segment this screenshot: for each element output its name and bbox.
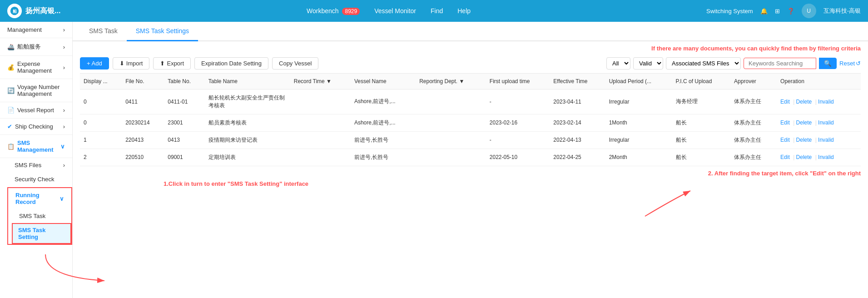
cell-first-upload: 2023-02-16 xyxy=(486,114,550,131)
cell-approver: 体系办主任 xyxy=(730,89,777,114)
notification-icon[interactable]: 🔔 xyxy=(760,8,768,15)
cell-file-no: 220413 xyxy=(122,131,164,149)
sidebar-item-vessel-report[interactable]: 📄 Vessel Report › xyxy=(0,102,72,119)
ship-checking-icon: ✔ xyxy=(7,123,12,130)
app-logo: 船 扬州高银... xyxy=(7,4,71,18)
expiration-button[interactable]: Expiration Date Setting xyxy=(194,57,268,70)
reset-link[interactable]: Reset ↺ xyxy=(839,60,861,67)
cell-effective-time: 2022-04-25 xyxy=(550,149,605,166)
cell-operation: Edit | Delete | Invalid xyxy=(777,114,861,131)
cell-table-no: 0411-01 xyxy=(164,89,205,114)
invalid-link[interactable]: Invalid xyxy=(818,137,834,143)
sidebar-item-voyage[interactable]: 🔄 Voyage Number Management xyxy=(0,79,72,102)
cell-file-no: 0411 xyxy=(122,89,164,114)
main-content: SMS Task SMS Task Settings If there are … xyxy=(73,22,868,298)
cell-approver: 体系办主任 xyxy=(730,149,777,166)
cell-reporting-dept xyxy=(416,114,486,131)
sidebar-item-expense[interactable]: 💰 Expense Management › xyxy=(0,56,72,79)
sidebar-item-security-check[interactable]: Security Check xyxy=(7,172,72,186)
sidebar-label-management: Management xyxy=(7,26,42,33)
help-circle-icon[interactable]: ❓ xyxy=(787,8,794,15)
cell-operation: Edit | Delete | Invalid xyxy=(777,131,861,149)
nav-vessel-monitor[interactable]: Vessel Monitor xyxy=(374,7,416,15)
cell-effective-time: 2023-04-11 xyxy=(550,89,605,114)
filter-valid-select[interactable]: Valid xyxy=(633,57,663,70)
sms-task-table: Display ... File No. Table No. Table Nam… xyxy=(80,73,861,166)
sidebar-item-sms-task[interactable]: SMS Task xyxy=(12,209,71,223)
cell-reporting-dept xyxy=(416,131,486,149)
reset-icon: ↺ xyxy=(856,60,861,67)
copy-vessel-button[interactable]: Copy Vessel xyxy=(272,57,318,70)
cell-table-name: 船员素质考核表 xyxy=(205,114,290,131)
cell-upload-period: 1Month xyxy=(605,114,672,131)
cell-display: 0 xyxy=(80,114,122,131)
cell-pic-upload: 海务经理 xyxy=(672,89,731,114)
edit-link[interactable]: Edit xyxy=(780,137,790,143)
search-button[interactable]: 🔍 xyxy=(819,58,837,69)
cell-upload-period: Irregular xyxy=(605,89,672,114)
filter-all-select[interactable]: All xyxy=(606,57,630,70)
sidebar-item-sms-management[interactable]: 📋 SMS Management ∨ xyxy=(0,135,72,158)
logo-icon: 船 xyxy=(7,4,22,18)
delete-link[interactable]: Delete xyxy=(796,119,812,126)
switching-system[interactable]: Switching System xyxy=(706,8,753,15)
cell-effective-time: 2022-04-13 xyxy=(550,131,605,149)
col-pic-upload: P.I.C of Upload xyxy=(672,74,731,89)
cell-table-no: 09001 xyxy=(164,149,205,166)
cell-pic-upload: 船长 xyxy=(672,114,731,131)
edit-link[interactable]: Edit xyxy=(780,119,790,126)
filter-associated-select[interactable]: Associated SMS Files xyxy=(666,57,741,70)
sidebar-label-sms-management: SMS Management xyxy=(15,139,60,153)
ship-service-icon: 🚢 xyxy=(7,44,15,50)
nav-workbench[interactable]: Workbench 8929 xyxy=(307,7,360,15)
nav-help[interactable]: Help xyxy=(457,7,471,15)
chevron-right-icon: › xyxy=(63,26,65,33)
invalid-link[interactable]: Invalid xyxy=(818,119,834,126)
cell-table-name: 疫情期间来访登记表 xyxy=(205,131,290,149)
search-icon: 🔍 xyxy=(824,60,832,67)
edit-link[interactable]: Edit xyxy=(780,99,790,105)
col-first-upload: First upload time xyxy=(486,74,550,89)
toolbar: + Add ⬇ Import ⬆ Export Expiration Date … xyxy=(73,54,868,73)
invalid-link[interactable]: Invalid xyxy=(818,99,834,105)
cell-reporting-dept xyxy=(416,89,486,114)
workbench-badge: 8929 xyxy=(342,8,360,15)
sidebar-item-ship-service[interactable]: 🚢 船舶服务 › xyxy=(0,38,72,56)
cell-record-time xyxy=(290,114,351,131)
sidebar-label-vessel-report: Vessel Report xyxy=(15,107,63,114)
sidebar-item-sms-task-setting[interactable]: SMS Task Setting xyxy=(12,223,71,244)
edit-link[interactable]: Edit xyxy=(780,154,790,160)
user-company: 互海科技-高银 xyxy=(823,7,861,15)
col-record-time[interactable]: Record Time ▼ xyxy=(290,74,351,89)
col-operation: Operation xyxy=(777,74,861,89)
sidebar-item-ship-checking[interactable]: ✔ Ship Checking › xyxy=(0,119,72,135)
nav-find[interactable]: Find xyxy=(431,7,443,15)
annotation-step1-area: 1.Click in turn to enter "SMS Task Setti… xyxy=(73,180,868,193)
delete-link[interactable]: Delete xyxy=(796,137,812,143)
delete-link[interactable]: Delete xyxy=(796,154,812,160)
tab-sms-task[interactable]: SMS Task xyxy=(80,22,127,41)
search-input[interactable] xyxy=(744,58,816,69)
chevron-right-icon-3: › xyxy=(63,64,65,71)
sidebar-item-management[interactable]: Management › xyxy=(0,22,72,38)
cell-vessel-name: Ashore,前进号,... xyxy=(351,114,416,131)
cell-approver: 体系办主任 xyxy=(730,114,777,131)
sidebar-item-sms-files[interactable]: SMS Files › xyxy=(7,158,72,172)
sms-files-label: SMS Files xyxy=(15,162,41,169)
avatar[interactable]: U xyxy=(802,4,816,18)
col-file-no: File No. xyxy=(122,74,164,89)
table-row: 0 20230214 23001 船员素质考核表 Ashore,前进号,... … xyxy=(80,114,861,131)
annotation-step2: 2. After finding the target item, click … xyxy=(73,166,868,180)
invalid-link[interactable]: Invalid xyxy=(818,154,834,160)
grid-icon[interactable]: ⊞ xyxy=(775,8,780,15)
import-button[interactable]: ⬇ Import xyxy=(113,57,150,70)
add-button[interactable]: + Add xyxy=(80,57,109,70)
chevron-right-icon-6: › xyxy=(63,162,65,169)
col-reporting-dept[interactable]: Reporting Dept. ▼ xyxy=(416,74,486,89)
export-button[interactable]: ⬆ Export xyxy=(153,57,191,70)
cell-vessel-name: 前进号,长胜号 xyxy=(351,131,416,149)
col-effective-time: Effective Time xyxy=(550,74,605,89)
tab-sms-task-settings[interactable]: SMS Task Settings xyxy=(127,22,198,41)
sidebar-item-running-record[interactable]: Running Record ∨ SMS Task SMS Task Setti… xyxy=(7,187,72,245)
delete-link[interactable]: Delete xyxy=(796,99,812,105)
